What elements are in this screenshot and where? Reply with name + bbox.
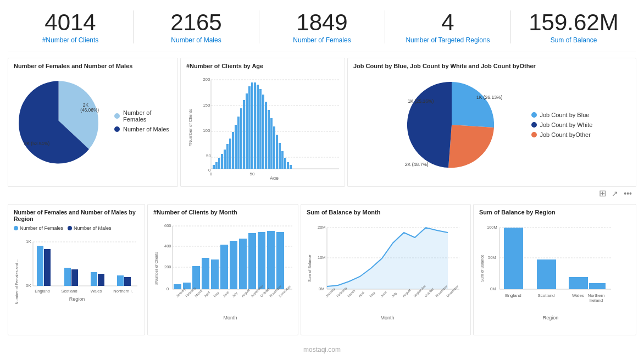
svg-rect-35 — [276, 135, 278, 169]
svg-text:50: 50 — [250, 172, 255, 176]
kpi-males-label: Number of Males — [134, 36, 259, 44]
svg-text:0: 0 — [210, 172, 213, 176]
svg-text:Scotland: Scotland — [61, 289, 77, 294]
svg-rect-17 — [226, 144, 229, 169]
svg-text:200: 200 — [203, 77, 210, 82]
jobs-legend: Job Count by Blue Job Count by White Job… — [531, 112, 593, 138]
kpi-regions: 4 Number of Targeted Regions — [385, 10, 510, 44]
svg-rect-55 — [71, 269, 78, 286]
svg-text:April: April — [358, 291, 365, 298]
svg-rect-37 — [281, 151, 284, 169]
legend-dot-females — [114, 113, 120, 119]
label-males: 2K (53.94%) — [24, 141, 50, 146]
age-chart-svg: #Number of Clients 200 150 100 50 0 — [186, 73, 340, 180]
export-icon[interactable]: ↗ — [612, 189, 618, 198]
legend-label-blue: Job Count by Blue — [540, 112, 590, 118]
svg-rect-129 — [569, 277, 588, 289]
svg-text:150: 150 — [203, 103, 210, 108]
rg-legend-males: Number of Males — [74, 225, 112, 231]
filter-icon[interactable]: ⊞ — [599, 188, 606, 198]
kpi-balance-label: Sum of Balance — [511, 36, 636, 44]
svg-text:50: 50 — [206, 153, 211, 158]
svg-rect-24 — [246, 93, 248, 169]
svg-text:Wales: Wales — [572, 293, 584, 298]
legend-dot-males — [114, 126, 120, 132]
age-x-label: Age — [270, 175, 279, 180]
svg-rect-38 — [284, 158, 286, 169]
svg-rect-52 — [37, 246, 43, 286]
legend-label-white: Job Count by White — [540, 121, 593, 128]
chart-balance-region-title: Sum of Balance by Region — [479, 209, 630, 216]
svg-text:(46.06%): (46.06%) — [80, 107, 99, 113]
svg-rect-33 — [270, 118, 273, 169]
legend-label-other: Job Count byOther — [540, 131, 591, 138]
slice-blue — [452, 82, 494, 128]
svg-rect-26 — [251, 82, 253, 169]
chart-jobs-title: Job Count by Blue, Job Count by White an… — [353, 63, 630, 69]
svg-rect-84 — [267, 231, 275, 289]
svg-rect-30 — [262, 95, 264, 169]
svg-text:July: July — [391, 291, 397, 298]
kpi-balance: 159.62M Sum of Balance — [511, 10, 636, 44]
pie-gender-container: 2K (46.06%) 2K (53.94%) Number of Female… — [14, 73, 172, 169]
month-clients-svg: #Number of Clients 600 400 200 0 — [153, 219, 293, 321]
svg-text:0: 0 — [166, 286, 169, 291]
svg-text:Northern I.: Northern I. — [113, 289, 132, 294]
svg-rect-20 — [235, 125, 237, 169]
chart-age-title: #Number of Clients by Age — [186, 63, 339, 69]
chart-gender-title: Number of Females and Number of Males — [14, 63, 172, 69]
balance-month-x-label: Month — [380, 315, 394, 321]
svg-text:Sum of Balance: Sum of Balance — [308, 255, 312, 282]
svg-rect-32 — [268, 110, 270, 169]
balance-month-svg: Sum of Balance 20M 10M 0M January — [307, 219, 466, 321]
svg-text:Number of Females and ...: Number of Females and ... — [15, 259, 19, 305]
svg-rect-128 — [537, 259, 556, 289]
svg-text:May: May — [213, 291, 219, 298]
more-icon[interactable]: ••• — [624, 189, 632, 198]
legend-females: Number of Females — [114, 109, 172, 123]
svg-text:600: 600 — [164, 223, 171, 228]
svg-text:200: 200 — [164, 264, 171, 269]
svg-rect-76 — [192, 266, 200, 289]
legend-label-females: Number of Females — [123, 109, 172, 123]
svg-rect-27 — [254, 82, 256, 169]
svg-rect-34 — [273, 126, 275, 169]
rg-legend-females: Number of Females — [20, 225, 63, 231]
month-clients-x-label: Month — [223, 315, 237, 321]
slice-white — [407, 82, 451, 168]
jobs-pie-svg: 1K (26.13%) 1K (25.16%) 2K (48.7%) — [391, 73, 512, 177]
svg-text:March: March — [347, 289, 356, 298]
svg-rect-79 — [220, 245, 228, 289]
legend-other: Job Count byOther — [531, 131, 593, 138]
svg-text:0M: 0M — [319, 286, 324, 291]
svg-rect-29 — [259, 89, 262, 169]
legend-blue: Job Count by Blue — [531, 112, 593, 118]
svg-rect-57 — [98, 274, 104, 286]
kpi-regions-value: 4 — [385, 10, 510, 35]
svg-text:June: June — [380, 290, 387, 298]
kpi-clients: 4014 #Number of Clients — [8, 10, 133, 44]
svg-text:July: July — [231, 291, 238, 298]
svg-text:400: 400 — [164, 244, 171, 248]
region-gender-svg: Number of Females and ... 1K 0K — [14, 232, 140, 328]
svg-text:Wales: Wales — [91, 289, 102, 294]
svg-text:August: August — [241, 288, 251, 298]
kpi-females-label: Number of Females — [259, 36, 385, 44]
rg-x-label: Region — [69, 296, 85, 302]
svg-rect-82 — [248, 233, 256, 289]
svg-rect-14 — [218, 158, 220, 169]
panel-gender: Number of Females and Number of Males 2K… — [8, 58, 178, 187]
svg-rect-130 — [589, 283, 606, 289]
svg-text:100: 100 — [203, 128, 210, 133]
svg-text:100M: 100M — [487, 225, 497, 230]
balance-region-svg: Sum of Balance 100M 50M 0M England Scotl… — [479, 219, 614, 321]
panel-region-gender: Number of Females and Number of Males by… — [8, 204, 145, 335]
svg-rect-39 — [287, 162, 289, 169]
svg-rect-18 — [229, 139, 231, 169]
svg-text:2K (48.7%): 2K (48.7%) — [405, 162, 429, 167]
watermark: mostaqi.com — [303, 346, 341, 354]
legend-label-males: Number of Males — [123, 126, 169, 132]
svg-text:June: June — [222, 290, 230, 298]
svg-text:10M: 10M — [318, 255, 326, 260]
svg-text:December: December — [446, 285, 459, 298]
